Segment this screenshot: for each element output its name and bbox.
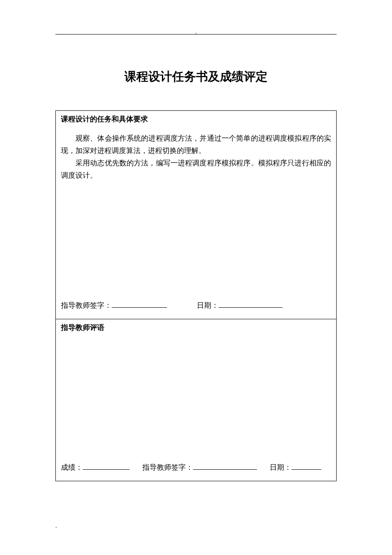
date-field-2: 日期： bbox=[270, 462, 321, 472]
grade-line bbox=[83, 462, 130, 470]
task-signature-row: 指导教师签字： 日期： bbox=[61, 300, 331, 310]
teacher-sign-label-2: 指导教师签字： bbox=[142, 462, 193, 472]
teacher-sign-label: 指导教师签字： bbox=[61, 301, 112, 310]
grade-label: 成绩： bbox=[61, 462, 83, 472]
teacher-sign-field-2: 指导教师签字： bbox=[142, 462, 257, 472]
comment-signature-row: 成绩： 指导教师签字： 日期： bbox=[61, 462, 331, 472]
task-body: 观察、体会操作系统的进程调度方法，并通过一个简单的进程调度模拟程序的实现，加深对… bbox=[61, 133, 331, 182]
teacher-comment-box: 指导教师评语 成绩： 指导教师签字： 日期： bbox=[55, 319, 337, 481]
date-field: 日期： bbox=[197, 300, 282, 310]
task-para-1: 观察、体会操作系统的进程调度方法，并通过一个简单的进程调度模拟程序的实现，加深对… bbox=[61, 133, 331, 157]
date-label-2: 日期： bbox=[270, 462, 291, 472]
date-label: 日期： bbox=[197, 301, 219, 310]
teacher-sign-line-2 bbox=[193, 462, 257, 470]
header-divider bbox=[55, 34, 337, 35]
date-line-2 bbox=[291, 462, 321, 470]
page-title: 课程设计任务书及成绩评定 bbox=[55, 69, 337, 85]
teacher-sign-line bbox=[112, 300, 167, 308]
task-heading: 课程设计的任务和具体要求 bbox=[61, 114, 331, 124]
grade-field: 成绩： bbox=[61, 462, 130, 472]
date-line bbox=[219, 300, 282, 308]
footer-dot: . bbox=[55, 523, 57, 529]
comment-heading: 指导教师评语 bbox=[61, 323, 331, 332]
task-requirements-box: 课程设计的任务和具体要求 观察、体会操作系统的进程调度方法，并通过一个简单的进程… bbox=[55, 110, 337, 319]
task-para-2: 采用动态优先数的方法，编写一进程调度程序模拟程序。模拟程序只进行相应的调度设计。 bbox=[61, 157, 331, 182]
teacher-sign-field: 指导教师签字： bbox=[61, 300, 167, 310]
